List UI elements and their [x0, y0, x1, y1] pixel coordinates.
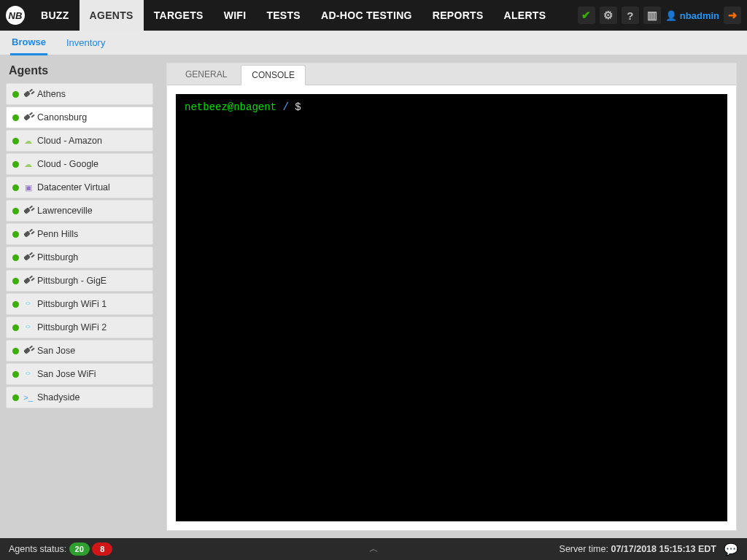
agent-row[interactable]: Pittsburgh - GigE — [6, 270, 153, 292]
username: nbadmin — [680, 10, 719, 21]
agent-name: Athens — [37, 89, 66, 99]
agent-row[interactable]: Athens — [6, 83, 153, 105]
agent-name: Pittsburgh WiFi 1 — [37, 299, 107, 309]
agent-name: Pittsburgh WiFi 2 — [37, 322, 107, 332]
nav-targets[interactable]: TARGETS — [144, 0, 214, 31]
status-dot-icon — [12, 394, 19, 401]
tab-general[interactable]: GENERAL — [174, 64, 238, 85]
agents-err-count[interactable]: 8 — [92, 542, 112, 556]
status-ok-icon[interactable]: ✔ — [578, 7, 595, 24]
brand-logo[interactable]: NB — [0, 0, 31, 31]
agent-name: Datacenter Virtual — [37, 182, 110, 192]
cloud-icon: ☁ — [23, 160, 33, 169]
main-panel: GENERALCONSOLE netbeez@nbagent / $ — [159, 55, 747, 538]
nav-reports[interactable]: REPORTS — [422, 0, 494, 31]
agent-row[interactable]: San Jose — [6, 340, 153, 362]
server-time-label: Server time: — [560, 544, 608, 554]
agent-row[interactable]: >_Shadyside — [6, 386, 153, 408]
console-path: / — [282, 101, 288, 113]
agent-name: San Jose WiFi — [37, 369, 96, 379]
plug-icon — [23, 113, 33, 122]
status-dot-icon — [12, 138, 19, 144]
plug-icon — [23, 230, 33, 239]
status-dot-icon — [12, 231, 19, 238]
agent-row[interactable]: Canonsburg — [6, 106, 153, 128]
sub-nav: BrowseInventory — [0, 31, 747, 55]
wifi-icon: ⌔ — [23, 323, 33, 332]
status-dot-icon — [12, 278, 19, 284]
nav-ad-hoc-testing[interactable]: AD-HOC TESTING — [311, 0, 422, 31]
agent-row[interactable]: ⌔San Jose WiFi — [6, 363, 153, 385]
agent-row[interactable]: ☁Cloud - Amazon — [6, 130, 153, 152]
agent-name: San Jose — [37, 346, 75, 356]
subnav-browse[interactable]: Browse — [10, 31, 47, 55]
status-dot-icon — [12, 114, 19, 121]
detail-tabs: GENERALCONSOLE — [167, 63, 736, 85]
plug-icon — [23, 206, 33, 216]
status-dot-icon — [12, 254, 19, 261]
agent-row[interactable]: Penn Hills — [6, 223, 153, 245]
nav-tests[interactable]: TESTS — [256, 0, 311, 31]
plug-icon — [23, 276, 33, 286]
agent-row[interactable]: Pittsburgh — [6, 246, 153, 268]
agent-name: Pittsburgh — [37, 252, 78, 262]
agent-row[interactable]: ☁Cloud - Google — [6, 153, 153, 175]
console-user: netbeez@nbagent — [185, 101, 276, 113]
wifi-icon: ⌔ — [23, 300, 33, 309]
book-icon[interactable]: ▥ — [643, 7, 661, 24]
sidebar-title: Agents — [9, 64, 150, 77]
subnav-inventory[interactable]: Inventory — [65, 31, 107, 54]
status-dot-icon — [12, 301, 19, 308]
console-prompt: $ — [295, 101, 301, 113]
nav-agents[interactable]: AGENTS — [80, 0, 144, 31]
agent-name: Penn Hills — [37, 229, 78, 239]
plug-icon — [23, 346, 33, 356]
console-output[interactable]: netbeez@nbagent / $ — [176, 94, 727, 521]
agents-sidebar: Agents AthensCanonsburg☁Cloud - Amazon☁C… — [0, 55, 159, 538]
chevron-up-icon[interactable]: ︿ — [369, 543, 379, 556]
user-icon: 👤 — [665, 10, 677, 21]
top-nav: NB BUZZAGENTSTARGETSWIFITESTSAD-HOC TEST… — [0, 0, 747, 31]
gear-icon[interactable]: ⚙ — [600, 7, 617, 24]
agent-row[interactable]: Lawrenceville — [6, 200, 153, 222]
agent-name: Cloud - Google — [37, 159, 98, 169]
nav-wifi[interactable]: WIFI — [214, 0, 257, 31]
wifi-icon: ⌔ — [23, 370, 33, 379]
status-dot-icon — [12, 348, 19, 354]
plug-icon — [23, 253, 33, 262]
status-dot-icon — [12, 208, 19, 214]
status-dot-icon — [12, 371, 19, 378]
chat-icon[interactable]: 💬 — [724, 542, 738, 556]
agent-row[interactable]: ▣Datacenter Virtual — [6, 176, 153, 198]
tab-console[interactable]: CONSOLE — [241, 65, 306, 85]
logout-icon[interactable]: ➜ — [724, 7, 741, 24]
logo-icon: NB — [6, 6, 25, 25]
status-dot-icon — [12, 91, 19, 98]
vm-icon: ▣ — [23, 183, 33, 192]
status-dot-icon — [12, 324, 19, 331]
agent-name: Shadyside — [37, 392, 80, 402]
status-bar: Agents status: 20 8 ︿ Server time: 07/17… — [0, 538, 747, 560]
nav-alerts[interactable]: ALERTS — [494, 0, 557, 31]
agent-row[interactable]: ⌔Pittsburgh WiFi 2 — [6, 316, 153, 338]
cloud-icon: ☁ — [23, 136, 33, 146]
agents-status-label: Agents status: — [9, 544, 66, 554]
agent-name: Lawrenceville — [37, 206, 93, 216]
status-dot-icon — [12, 161, 19, 168]
agent-name: Cloud - Amazon — [37, 136, 102, 146]
nav-buzz[interactable]: BUZZ — [31, 0, 80, 31]
agent-name: Canonsburg — [37, 112, 87, 122]
agent-name: Pittsburgh - GigE — [37, 276, 107, 286]
status-dot-icon — [12, 184, 19, 191]
server-time: 07/17/2018 15:15:13 EDT — [611, 544, 716, 554]
agent-row[interactable]: ⌔Pittsburgh WiFi 1 — [6, 293, 153, 315]
plug-icon — [23, 90, 33, 99]
user-menu[interactable]: 👤 nbadmin — [665, 10, 719, 21]
agents-ok-count[interactable]: 20 — [69, 542, 90, 556]
term-icon: >_ — [23, 393, 33, 402]
help-icon[interactable]: ? — [622, 7, 639, 24]
